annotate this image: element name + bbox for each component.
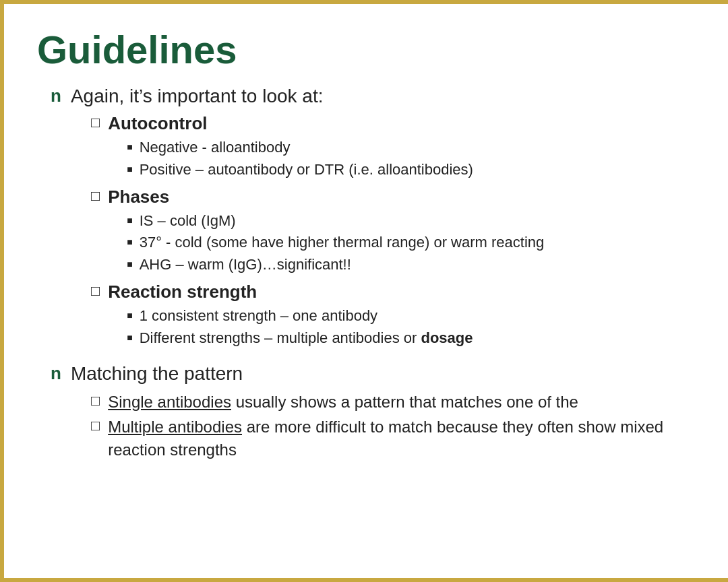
reaction-content: Reaction strength ■ 1 consistent strengt… <box>108 281 473 351</box>
level3-different-text: Different strengths – multiple antibodie… <box>140 328 473 349</box>
level2-list-again: □ Autocontrol ■ Negative - alloantibody … <box>91 112 544 351</box>
bullet-n-matching: n <box>51 363 61 384</box>
left-border <box>0 0 4 582</box>
level1-again-content: Again, it’s important to look at: □ Auto… <box>71 84 544 354</box>
autocontrol-content: Autocontrol ■ Negative - alloantibody ■ … <box>108 112 473 183</box>
bullet-n-again: n <box>51 86 61 106</box>
autocontrol-label: Autocontrol <box>108 113 207 133</box>
level3-negative-text: Negative - alloantibody <box>140 137 291 158</box>
bullet-small-is-cold: ■ <box>127 215 132 226</box>
level1-again-text: Again, it’s important to look at: <box>71 86 324 106</box>
level3-37-cold: ■ 37° - cold (some have higher thermal r… <box>127 232 544 253</box>
bullet-q-phases: □ <box>91 187 100 205</box>
level2-autocontrol: □ Autocontrol ■ Negative - alloantibody … <box>91 112 544 183</box>
level3-different: ■ Different strengths – multiple antibod… <box>127 328 473 349</box>
level2-reaction-strength: □ Reaction strength ■ 1 consistent stren… <box>91 281 544 351</box>
different-prefix: Different strengths – multiple antibodie… <box>140 329 421 346</box>
single-rest: usually shows a pattern that matches one… <box>231 393 578 411</box>
level3-reaction: ■ 1 consistent strength – one antibody ■… <box>127 306 473 349</box>
bullet-q-reaction: □ <box>91 282 100 300</box>
matching-content: Matching the pattern □ Single antibodies… <box>71 362 691 463</box>
bullet-q-autocontrol: □ <box>91 114 100 131</box>
level3-consistent-text: 1 consistent strength – one antibody <box>140 306 377 327</box>
single-underline: Single antibodies <box>108 393 231 411</box>
level3-is-cold: ■ IS – cold (IgM) <box>127 211 544 232</box>
level3-consistent: ■ 1 consistent strength – one antibody <box>127 306 473 327</box>
slide-title: Guidelines <box>37 27 691 72</box>
bullet-small-negative: ■ <box>127 141 132 152</box>
level3-positive-text: Positive – autoantibody or DTR (i.e. all… <box>140 160 473 181</box>
bullet-small-37-cold: ■ <box>127 236 132 247</box>
bullet-small-positive: ■ <box>127 164 132 174</box>
level3-positive: ■ Positive – autoantibody or DTR (i.e. a… <box>127 160 473 181</box>
level2-single: □ Single antibodies usually shows a patt… <box>91 391 691 414</box>
level3-ahg-warm: ■ AHG – warm (IgG)…significant!! <box>127 255 544 276</box>
bullet-small-ahg-warm: ■ <box>127 259 132 269</box>
phases-label: Phases <box>108 187 169 207</box>
bullet-small-different: ■ <box>127 332 132 343</box>
reaction-strength-label: Reaction strength <box>108 282 257 302</box>
phases-content: Phases ■ IS – cold (IgM) ■ 37° - cold (s… <box>108 186 544 278</box>
level3-is-cold-text: IS – cold (IgM) <box>140 211 236 232</box>
bullet-q-single: □ <box>91 392 100 410</box>
level3-phases: ■ IS – cold (IgM) ■ 37° - cold (some hav… <box>127 211 544 276</box>
level2-multiple: □ Multiple antibodies are more difficult… <box>91 416 691 461</box>
slide-container: Guidelines n Again, it’s important to lo… <box>0 0 728 582</box>
level2-phases: □ Phases ■ IS – cold (IgM) ■ 37° - <box>91 186 544 278</box>
matching-title-text: Matching the pattern <box>71 363 243 384</box>
level3-negative: ■ Negative - alloantibody <box>127 137 473 158</box>
level3-autocontrol: ■ Negative - alloantibody ■ Positive – a… <box>127 137 473 181</box>
matching-level2-list: □ Single antibodies usually shows a patt… <box>91 391 691 461</box>
level1-matching: n Matching the pattern □ Single antibodi… <box>51 362 691 463</box>
bullet-q-multiple: □ <box>91 417 100 434</box>
multiple-underline: Multiple antibodies <box>108 418 242 436</box>
slide-content: n Again, it’s important to look at: □ Au… <box>37 84 691 464</box>
level3-37-cold-text: 37° - cold (some have higher thermal ran… <box>140 232 545 253</box>
level1-again: n Again, it’s important to look at: □ Au… <box>51 84 691 354</box>
single-antibodies-text: Single antibodies usually shows a patter… <box>108 391 578 414</box>
bullet-small-consistent: ■ <box>127 310 132 321</box>
level3-ahg-warm-text: AHG – warm (IgG)…significant!! <box>140 255 351 276</box>
multiple-antibodies-text: Multiple antibodies are more difficult t… <box>108 416 691 461</box>
different-bold: dosage <box>421 329 473 346</box>
